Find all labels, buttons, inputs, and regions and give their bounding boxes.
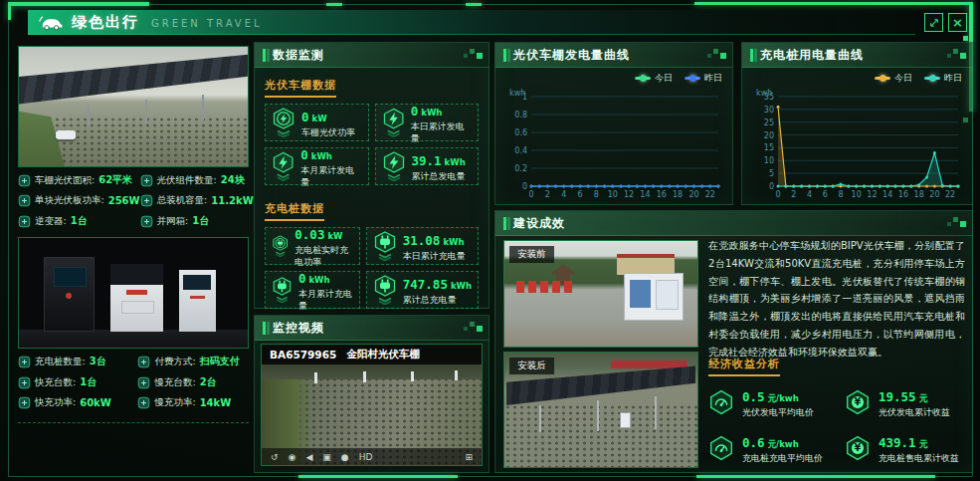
card-unit: kWh [421,108,442,118]
frame-top-bright-right [694,2,972,5]
svg-text:0: 0 [769,182,774,191]
video-control-icon[interactable]: ↺ [271,452,279,462]
chip-icon [137,396,150,409]
legend-item[interactable]: 昨日 [924,72,962,85]
stat-card: 0kWh 本月累计充电量 [265,271,360,309]
card-value: 31.08 [403,233,441,248]
chip-icon [140,174,153,187]
chip-icon [18,396,31,409]
legend-label: 今日 [894,72,912,85]
svg-text:15: 15 [764,143,774,152]
benefit-badge-icon [708,389,734,415]
stat-value: 3台 [90,355,106,368]
after-charger-unit [620,412,631,428]
card-text: 0kW 车棚光伏功率 [301,107,355,138]
stat-label: 充电桩数量: [35,356,86,368]
legend-item[interactable]: 昨日 [685,72,722,85]
expand-icon [928,17,940,29]
svg-text:18: 18 [673,190,683,199]
header-accent-bar [750,49,753,62]
pv-cards: 0kW 车棚光伏功率 0kWh 本日累计发电量 0kWh [265,104,479,185]
stat-value: 60kW [80,397,111,408]
benefit-item: 0.5元/kwh 光伏发电平均电价 [708,386,831,418]
chip-icon [18,215,31,228]
stat-value: 2台 [200,375,217,389]
charger-slim-logo [190,296,205,299]
charger-chart-plot: 051015202530350246810121416182022kwh [748,87,966,200]
stat-row: 并网箱: 1台 [140,214,254,228]
benefit-badge-icon [708,435,734,461]
carport-post-2 [145,100,147,123]
charger-chart-legend: 今日昨日 [875,72,962,85]
after-pavers [504,404,697,467]
legend-label: 昨日 [704,72,722,85]
benefit-value: 19.55 [879,389,916,404]
video-control-icon[interactable]: HD [359,452,373,462]
charge-badge-icon [373,275,397,305]
stat-value: 11.2kW [211,195,253,206]
achievements-panel: 建设成效 安装前 安装后 在党政服务中心停车场规划的BIPV光伏车棚，分别配置了… [494,210,973,473]
legend-item[interactable]: 今日 [875,72,912,85]
energy-badge-icon [382,108,405,137]
carport-post-1 [88,105,90,126]
stat-card: 39.1kWh 累计总发电量 [375,147,480,185]
pixel-deco-icon [940,47,966,61]
charge-badge-icon [272,275,293,305]
card-text: 39.1kWh 累计总发电量 [412,150,466,182]
svg-text:8: 8 [594,190,599,199]
svg-text:0.4: 0.4 [514,146,527,155]
benefit-badge-icon [845,389,871,415]
header-accent-bar [503,217,506,230]
video-control-icon[interactable]: ▣ [322,452,331,462]
legend-item[interactable]: 今日 [635,72,673,85]
benefit-item: 439.1元 充电桩售电累计收益 [845,432,967,464]
video-panel: 监控视频 BA6579965 金阳村光伏车棚 ↺◉◀▣●HD⊞ [254,315,490,473]
legend-label: 昨日 [944,72,962,85]
card-label: 车棚光伏功率 [301,127,355,138]
app-title: 绿色出行 [72,13,139,32]
card-unit: kWh [451,281,472,291]
card-text: 747.85kWh 累计总充电量 [403,274,472,306]
energy-badge-icon [272,151,294,181]
before-guard-booth [624,273,684,322]
benefit-item: 0.6元/kwh 充电桩充电平均电价 [708,432,831,464]
svg-text:0.8: 0.8 [514,111,527,120]
data-monitor-title: 数据监测 [273,47,324,64]
chip-icon [18,376,31,389]
expand-button[interactable] [924,13,943,32]
charger-white-unit [110,264,163,331]
benefit-value: 439.1 [879,435,916,450]
card-unit: kWh [443,237,464,247]
video-controls: ↺◉◀▣●HD⊞ [262,448,482,465]
header-accent-bar [263,322,266,335]
video-control-icon[interactable]: ◉ [289,452,296,462]
after-post-1 [539,405,541,433]
svg-text:10: 10 [764,156,774,165]
benefit-value: 0.6 [742,435,765,450]
video-control-icon[interactable]: ● [341,452,349,462]
frame-corner-tl [8,2,11,20]
stat-label: 慢充台数: [154,376,195,389]
benefit-label: 充电桩充电平均电价 [742,453,823,464]
video-player[interactable]: BA6579965 金阳村光伏车棚 ↺◉◀▣●HD⊞ [261,344,483,466]
stat-label: 快充台数: [35,376,76,389]
pv-section-title: 光伏车棚数据 [265,78,336,98]
svg-text:14: 14 [882,190,892,199]
after-red-banner [611,361,688,368]
video-control-icon[interactable]: ⊞ [465,452,473,462]
svg-text:8: 8 [838,190,843,199]
achievements-header: 建设成效 [495,211,972,236]
charger-usage-chart-panel: 充电桩用电量曲线 今日昨日 05101520253035024681012141… [741,42,973,205]
stat-value: 256W [108,195,140,206]
stat-value: 14kW [200,397,232,408]
data-monitor-panel: 数据监测 光伏车棚数据 0kW 车棚光伏功率 0kWh 本日累 [254,42,490,309]
svg-text:16: 16 [898,190,908,199]
svg-text:12: 12 [867,190,877,199]
stat-row: 慢充功率: 14kW [137,396,249,409]
benefit-text: 19.55元 光伏发电累计收益 [879,386,950,418]
benefit-items: 0.5元/kwh 光伏发电平均电价 19.55元 光伏发电累计收益 0. [708,386,967,465]
card-label: 本日累计发电量 [411,121,472,144]
video-control-icon[interactable]: ◀ [305,452,312,462]
close-button[interactable]: × [948,13,967,32]
video-post-1 [314,372,317,383]
